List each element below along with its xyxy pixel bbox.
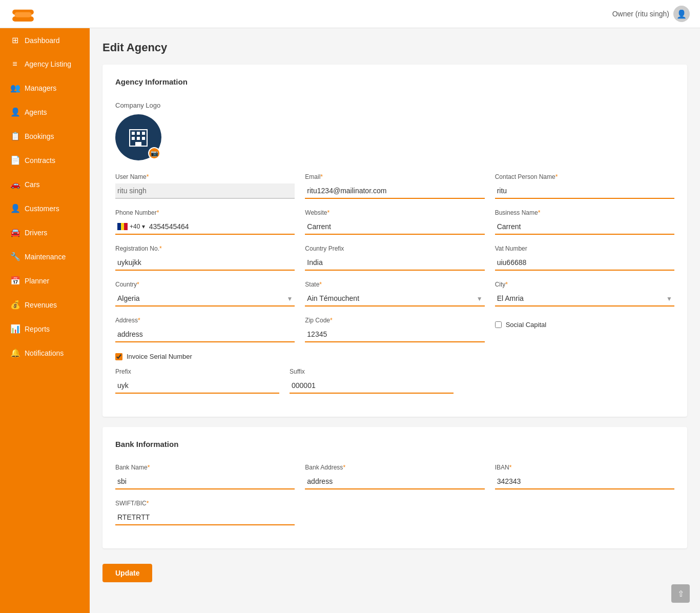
- managers-icon: 👥: [10, 83, 19, 93]
- prefix-input[interactable]: [115, 378, 279, 394]
- phone-input[interactable]: [147, 219, 295, 234]
- suffix-group: Suffix: [290, 368, 454, 394]
- country-select[interactable]: Algeria: [115, 291, 295, 306]
- revenues-icon: 💰: [10, 300, 19, 310]
- page-title: Edit Agency: [102, 41, 687, 54]
- state-select[interactable]: Ain Témouchent: [305, 291, 484, 306]
- bank-name-group: Bank Name*: [115, 464, 295, 489]
- iban-input[interactable]: [495, 474, 674, 489]
- customers-icon: 👤: [10, 203, 19, 213]
- vat-number-label: Vat Number: [495, 245, 674, 252]
- sidebar-item-label: Reports: [25, 325, 50, 333]
- sidebar-item-agents[interactable]: 👤 Agents: [0, 100, 90, 124]
- sidebar: ⊞ Dashboard ≡ Agency Listing 👥 Managers …: [0, 28, 90, 613]
- logo-section: Company Logo: [115, 101, 674, 160]
- form-row-2: Phone Number* +40 ▾: [115, 209, 674, 235]
- country-prefix-input[interactable]: [305, 255, 484, 271]
- bank-info-card: Bank Information Bank Name* Bank Address…: [102, 427, 687, 548]
- invoice-row: Prefix Suffix: [115, 368, 454, 394]
- sidebar-item-reports[interactable]: 📊 Reports: [0, 317, 90, 341]
- user-name-input[interactable]: [115, 183, 295, 199]
- sidebar-item-bookings[interactable]: 📋 Bookings: [0, 124, 90, 148]
- bank-address-group: Bank Address*: [305, 464, 484, 489]
- logo-label: Company Logo: [115, 101, 674, 109]
- planner-icon: 📅: [10, 276, 19, 285]
- notifications-icon: 🔔: [10, 348, 19, 358]
- country-label: Country*: [115, 281, 295, 288]
- bank-form-row-1: Bank Name* Bank Address* IBAN*: [115, 464, 674, 489]
- business-name-input[interactable]: [495, 219, 674, 235]
- state-select-wrapper: Ain Témouchent ▼: [305, 291, 484, 306]
- suffix-input[interactable]: [290, 378, 454, 394]
- sidebar-item-cars[interactable]: 🚗 Cars: [0, 172, 90, 196]
- scroll-top-button[interactable]: ⇧: [671, 584, 690, 603]
- sidebar-item-label: Bookings: [25, 132, 54, 140]
- business-name-group: Business Name*: [495, 209, 674, 235]
- sidebar-item-drivers[interactable]: 🚘 Drivers: [0, 220, 90, 244]
- city-select[interactable]: El Amria: [495, 291, 674, 306]
- agents-icon: 👤: [10, 107, 19, 117]
- svg-rect-5: [137, 132, 140, 135]
- reg-no-input[interactable]: [115, 255, 295, 271]
- iban-group: IBAN*: [495, 464, 674, 489]
- social-capital-label: Social Capital: [506, 321, 547, 329]
- sidebar-item-contracts[interactable]: 📄 Contracts: [0, 148, 90, 172]
- logo-edit-button[interactable]: 📷: [148, 147, 160, 159]
- sidebar-item-maintenance[interactable]: 🔧 Maintenance: [0, 244, 90, 269]
- svg-rect-9: [142, 137, 145, 140]
- address-input[interactable]: [115, 327, 295, 342]
- vat-number-group: Vat Number: [495, 245, 674, 271]
- zip-code-input[interactable]: [305, 327, 484, 342]
- user-name-label: User Name*: [115, 173, 295, 180]
- invoice-label: Invoice Serial Number: [127, 353, 192, 360]
- bank-address-input[interactable]: [305, 474, 484, 489]
- sidebar-item-planner[interactable]: 📅 Planner: [0, 269, 90, 293]
- business-name-label: Business Name*: [495, 209, 674, 216]
- state-group: State* Ain Témouchent ▼: [305, 281, 484, 306]
- address-group: Address*: [115, 317, 295, 342]
- vat-number-input[interactable]: [495, 255, 674, 271]
- social-capital-checkbox[interactable]: [495, 321, 502, 328]
- country-prefix-label: Country Prefix: [305, 245, 484, 252]
- agency-info-card: Agency Information Company Logo: [102, 65, 687, 417]
- sidebar-item-agency-listing[interactable]: ≡ Agency Listing: [0, 52, 90, 76]
- user-name-group: User Name*: [115, 173, 295, 199]
- swift-group: SWIFT/BIC*: [115, 500, 295, 525]
- sidebar-item-dashboard[interactable]: ⊞ Dashboard: [0, 28, 90, 52]
- swift-label: SWIFT/BIC*: [115, 500, 295, 507]
- bank-address-label: Bank Address*: [305, 464, 484, 471]
- reg-no-group: Registration No.*: [115, 245, 295, 271]
- phone-flag: +40 ▾: [115, 220, 147, 233]
- bank-form-row-2: SWIFT/BIC*: [115, 500, 674, 525]
- contact-person-input[interactable]: [495, 183, 674, 199]
- city-label: City*: [495, 281, 674, 288]
- sidebar-item-label: Revenues: [25, 301, 57, 309]
- form-row-4: Country* Algeria ▼ State*: [115, 281, 674, 306]
- sidebar-item-label: Agency Listing: [25, 60, 71, 68]
- header: Owner (ritu singh) 👤: [0, 0, 700, 28]
- email-input[interactable]: [305, 183, 484, 199]
- sidebar-item-notifications[interactable]: 🔔 Notifications: [0, 341, 90, 365]
- phone-input-group: +40 ▾: [115, 219, 295, 235]
- website-group: Website*: [305, 209, 484, 235]
- sidebar-item-label: Managers: [25, 84, 56, 92]
- update-button[interactable]: Update: [102, 564, 152, 582]
- sidebar-item-customers[interactable]: 👤 Customers: [0, 196, 90, 220]
- social-capital-row: Social Capital: [495, 321, 674, 329]
- form-row-5: Address* Zip Code* Social Capital: [115, 317, 674, 342]
- sidebar-item-revenues[interactable]: 💰 Revenues: [0, 293, 90, 317]
- bank-name-input[interactable]: [115, 474, 295, 489]
- swift-input[interactable]: [115, 510, 295, 525]
- user-label: Owner (ritu singh): [612, 10, 669, 18]
- sidebar-item-managers[interactable]: 👥 Managers: [0, 76, 90, 100]
- invoice-section: Invoice Serial Number Prefix Suffix: [115, 353, 674, 394]
- form-row-1: User Name* Email* Contact Person Name*: [115, 173, 674, 199]
- bank-info-title: Bank Information: [115, 440, 674, 454]
- invoice-checkbox[interactable]: [115, 353, 122, 360]
- dashboard-icon: ⊞: [10, 35, 19, 45]
- website-input[interactable]: [305, 219, 484, 235]
- sidebar-item-label: Dashboard: [25, 36, 60, 45]
- zip-code-group: Zip Code*: [305, 317, 484, 342]
- reg-no-label: Registration No.*: [115, 245, 295, 252]
- phone-label: Phone Number*: [115, 209, 295, 216]
